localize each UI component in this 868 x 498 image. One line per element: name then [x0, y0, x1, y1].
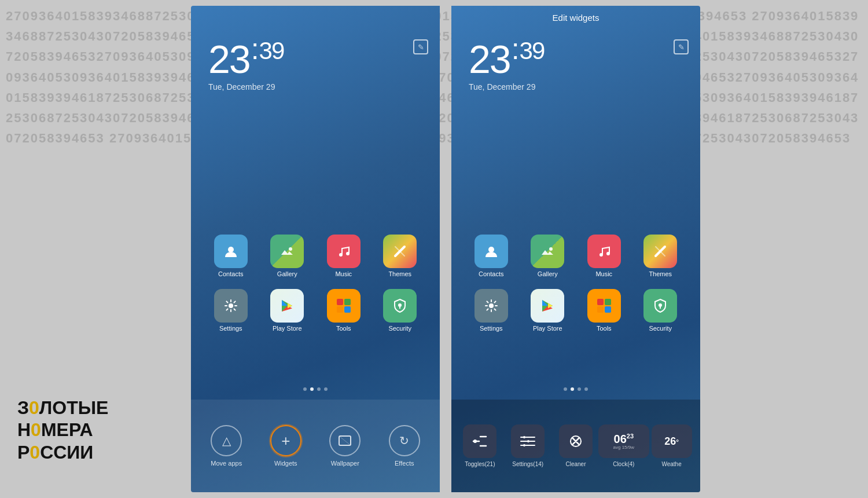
themes-label: Themes — [388, 270, 411, 277]
svg-rect-20 — [597, 306, 604, 313]
widget-temp: 26° — [664, 436, 679, 446]
dot-4 — [324, 387, 328, 391]
phone2-app-grid: Contacts Gallery — [451, 235, 700, 332]
phone-2: Edit widgets 23:39 Tue, December 29 — [451, 6, 700, 492]
widget-clock-time: 0623 — [614, 433, 634, 445]
widget-toggles[interactable]: Toggles(21) — [458, 424, 502, 467]
playstore2-label: Play Store — [533, 325, 562, 332]
settings2-icon — [475, 289, 508, 323]
music-label: Music — [335, 270, 352, 277]
phone2-app-row-1: Contacts Gallery — [463, 235, 689, 277]
contacts2-label: Contacts — [479, 270, 503, 277]
phone-1: 23:39 Tue, December 29 Contacts — [191, 6, 440, 492]
svg-point-16 — [606, 252, 610, 255]
widgets-icon: + — [270, 425, 301, 456]
svg-rect-5 — [337, 299, 343, 305]
widget-settings[interactable]: Settings(14) — [506, 424, 550, 467]
dot2-4 — [584, 387, 588, 391]
effects-button[interactable]: ↻ Effects — [389, 425, 420, 467]
svg-point-25 — [527, 440, 529, 442]
svg-point-4 — [229, 303, 233, 308]
phone2-date: Tue, December 29 — [469, 82, 544, 91]
security-label: Security — [388, 325, 411, 332]
tools2-label: Tools — [597, 325, 612, 332]
wallpaper-label: Wallpaper — [331, 460, 359, 467]
phone1-time: 23:39 — [208, 35, 284, 79]
phones-container: 23:39 Tue, December 29 Contacts — [191, 6, 700, 492]
app-music[interactable]: Music — [321, 235, 367, 277]
settings-widget-label: Settings(14) — [512, 461, 543, 467]
phone1-page-dots — [191, 387, 440, 391]
app-themes[interactable]: Themes — [377, 235, 423, 277]
music2-icon — [587, 235, 621, 268]
phone1-edit-icon[interactable] — [413, 39, 428, 54]
security2-icon — [643, 289, 677, 323]
themes2-icon — [643, 235, 677, 268]
app2-security[interactable]: Security — [637, 289, 683, 332]
dot2-1 — [564, 387, 567, 391]
music-icon — [327, 235, 361, 268]
svg-point-1 — [289, 247, 292, 251]
app2-contacts[interactable]: Contacts — [468, 235, 514, 277]
security-icon — [383, 289, 417, 323]
playstore-icon — [270, 289, 304, 323]
effects-icon: ↻ — [389, 425, 420, 456]
svg-point-22 — [659, 303, 662, 307]
widget-clock-date: avg 15/9w — [613, 445, 634, 450]
tools-icon — [327, 289, 361, 323]
app-security[interactable]: Security — [377, 289, 423, 332]
svg-rect-19 — [605, 299, 611, 305]
app2-settings[interactable]: Settings — [468, 289, 514, 332]
playstore-label: Play Store — [273, 325, 302, 332]
move-apps-label: Move apps — [211, 460, 242, 467]
phone2-edit-icon[interactable] — [674, 39, 689, 54]
toggles-icon-box — [463, 424, 496, 458]
gallery-label: Gallery — [277, 270, 297, 277]
tools-label: Tools — [336, 325, 351, 332]
widget-cleaner[interactable]: Cleaner — [554, 424, 598, 467]
weather-widget-box: 26° — [652, 424, 692, 458]
app2-themes[interactable]: Themes — [637, 235, 683, 277]
svg-point-13 — [488, 247, 494, 252]
app2-tools[interactable]: Tools — [581, 289, 627, 332]
app-gallery[interactable]: Gallery — [264, 235, 310, 277]
effects-label: Effects — [395, 460, 414, 467]
svg-rect-8 — [344, 306, 351, 313]
svg-point-17 — [489, 303, 494, 308]
svg-point-24 — [523, 436, 525, 438]
cleaner-label: Cleaner — [565, 461, 586, 467]
settings-icon — [214, 289, 248, 323]
brand-logo: З0ЛОТЫЕ Н0МЕРА Р0ССИИ — [17, 397, 108, 463]
svg-point-0 — [228, 247, 234, 252]
app-settings[interactable]: Settings — [208, 289, 254, 332]
phone2-time: 23:39 — [469, 35, 544, 79]
svg-point-9 — [398, 303, 402, 307]
app2-music[interactable]: Music — [581, 235, 627, 277]
phone2-clock-area: 23:39 Tue, December 29 — [469, 35, 544, 91]
app2-gallery[interactable]: Gallery — [524, 235, 571, 277]
security2-label: Security — [649, 325, 672, 332]
svg-point-14 — [549, 247, 553, 251]
playstore2-icon — [531, 289, 564, 323]
app-tools[interactable]: Tools — [321, 289, 367, 332]
svg-line-12 — [339, 436, 351, 445]
svg-rect-21 — [605, 306, 611, 313]
move-apps-button[interactable]: △ Move apps — [211, 425, 242, 467]
clock-widget-box: 0623 avg 15/9w — [598, 424, 649, 458]
app2-playstore[interactable]: Play Store — [524, 289, 571, 332]
app-contacts[interactable]: Contacts — [208, 235, 254, 277]
widgets-button[interactable]: + Widgets — [270, 425, 301, 467]
svg-point-2 — [339, 253, 343, 257]
wallpaper-button[interactable]: Wallpaper — [329, 425, 361, 467]
dot-2 — [310, 387, 314, 391]
widget-clock[interactable]: 0623 avg 15/9w Clock(4) — [602, 424, 646, 467]
contacts-icon — [214, 235, 248, 268]
widget-weather[interactable]: 26° Weathe — [650, 424, 694, 467]
phone1-app-grid: Contacts Gallery — [191, 235, 440, 332]
app-playstore[interactable]: Play Store — [264, 289, 310, 332]
phone1-date: Tue, December 29 — [208, 82, 284, 91]
clock-label: Clock(4) — [613, 461, 634, 467]
svg-rect-18 — [597, 299, 604, 305]
contacts2-icon — [475, 235, 508, 268]
gallery-icon — [270, 235, 304, 268]
